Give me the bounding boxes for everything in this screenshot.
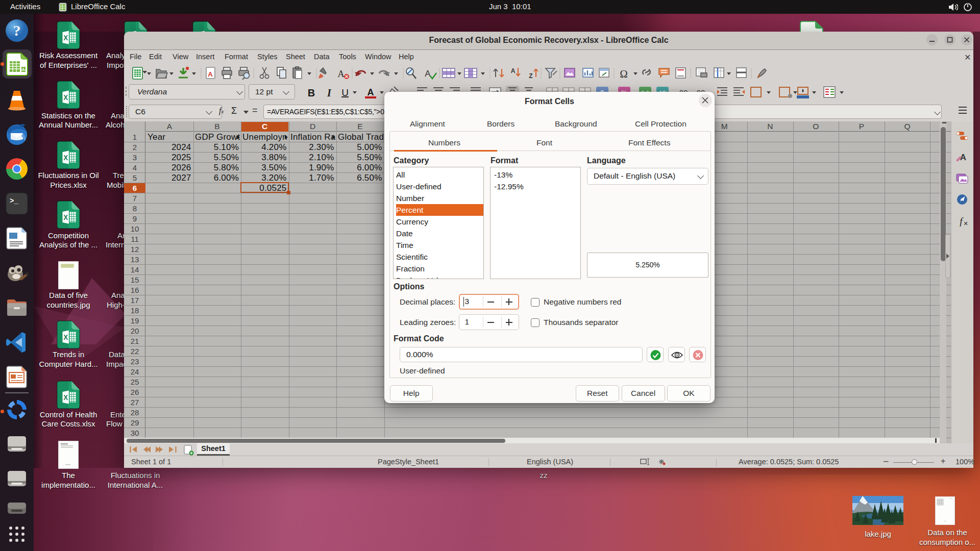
svg-text:Z: Z (529, 72, 532, 80)
svg-text:I: I (327, 87, 332, 98)
svg-text:B: B (308, 87, 315, 98)
svg-text:?: ? (13, 22, 21, 39)
svg-text:>_: >_ (10, 197, 18, 205)
svg-text:U: U (341, 87, 349, 98)
svg-text:A: A (208, 70, 213, 78)
svg-text:A: A (368, 87, 374, 97)
svg-text:A: A (337, 68, 345, 79)
svg-text:✕: ✕ (963, 220, 968, 227)
svg-text:A: A (425, 69, 431, 79)
svg-text:Ω: Ω (620, 68, 628, 80)
svg-text:A: A (511, 67, 516, 74)
